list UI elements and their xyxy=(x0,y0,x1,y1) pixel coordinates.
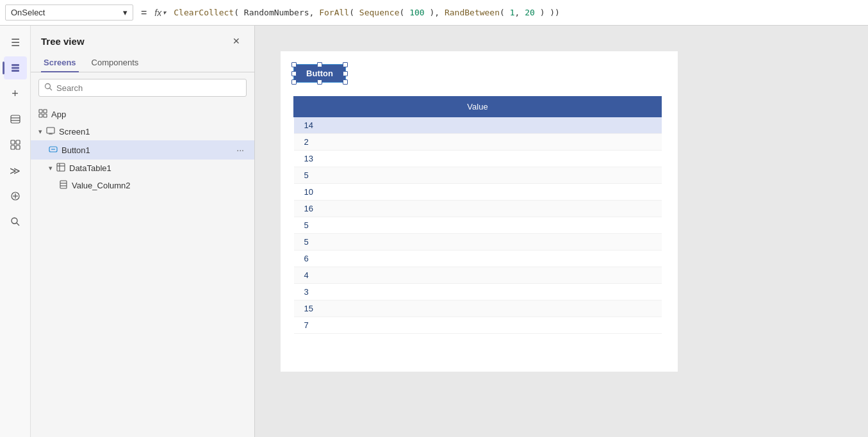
svg-rect-1 xyxy=(12,67,19,69)
chevron-down-icon: ▾ xyxy=(49,164,53,172)
tools-icon[interactable]: ≫ xyxy=(4,159,27,182)
tree-panel: Tree view ✕ Screens Components xyxy=(31,26,255,437)
data-table: Value 142135101655643157 xyxy=(293,96,662,334)
table-row: 2 xyxy=(294,134,662,151)
svg-rect-26 xyxy=(57,163,65,171)
handle-top-right[interactable] xyxy=(343,62,348,67)
hamburger-menu-icon[interactable]: ☰ xyxy=(4,31,27,54)
table-cell: 15 xyxy=(294,301,662,317)
table-row: 4 xyxy=(294,267,662,284)
table-cell: 6 xyxy=(294,251,662,267)
tree-item-screen1[interactable]: ▾ Screen1 xyxy=(31,123,254,140)
fx-button[interactable]: fx ▾ xyxy=(154,8,166,18)
svg-rect-6 xyxy=(11,140,15,144)
value-column-header: Value xyxy=(294,97,662,117)
table-cell: 5 xyxy=(294,217,662,234)
svg-point-15 xyxy=(45,84,51,89)
svg-line-14 xyxy=(17,223,19,226)
table-row: 5 xyxy=(294,217,662,234)
column-icon xyxy=(59,180,68,191)
svg-rect-8 xyxy=(11,145,15,149)
table-cell: 16 xyxy=(294,201,662,217)
handle-top-left[interactable] xyxy=(291,62,297,67)
tree-item-button1[interactable]: Button1 ··· xyxy=(31,140,254,160)
tree-title: Tree view xyxy=(41,36,85,47)
svg-rect-2 xyxy=(12,70,19,72)
database-icon[interactable] xyxy=(4,108,27,131)
handle-top-center[interactable] xyxy=(317,62,322,67)
tree-item-value-column2[interactable]: Value_Column2 xyxy=(31,177,254,194)
tab-components[interactable]: Components xyxy=(89,54,142,72)
handle-bottom-center[interactable] xyxy=(317,79,322,85)
handle-bottom-left[interactable] xyxy=(291,79,297,85)
svg-rect-17 xyxy=(39,110,42,113)
table-row: 13 xyxy=(294,151,662,167)
tab-screens[interactable]: Screens xyxy=(41,54,79,72)
table-row: 5 xyxy=(294,234,662,251)
table-row: 3 xyxy=(294,284,662,301)
button-selection-wrapper: Button xyxy=(293,64,346,83)
table-icon xyxy=(56,163,65,174)
svg-rect-21 xyxy=(47,128,54,133)
svg-rect-3 xyxy=(11,115,20,123)
button-widget-icon xyxy=(49,145,58,156)
table-cell: 10 xyxy=(294,184,662,201)
value-column2-label: Value_Column2 xyxy=(72,181,247,190)
screen-icon xyxy=(46,126,55,137)
search-container xyxy=(38,79,247,97)
equals-symbol: = xyxy=(141,7,147,19)
datatable1-label: DataTable1 xyxy=(69,163,247,173)
table-cell: 5 xyxy=(294,167,662,184)
search-icon xyxy=(44,83,53,93)
chevron-down-icon: ▾ xyxy=(38,128,42,136)
fx-arrow: ▾ xyxy=(163,9,166,16)
dropdown-label: OnSelect xyxy=(11,8,45,17)
handle-bottom-right[interactable] xyxy=(343,79,348,85)
svg-rect-7 xyxy=(16,140,20,144)
left-sidebar: ☰ + ≫ xyxy=(0,26,31,437)
component-icon[interactable] xyxy=(4,133,27,156)
table-cell: 3 xyxy=(294,284,662,301)
tree-body: App ▾ Screen1 xyxy=(31,103,254,437)
table-cell: 14 xyxy=(294,117,662,134)
table-cell: 7 xyxy=(294,317,662,334)
handle-middle-right[interactable] xyxy=(343,71,348,76)
add-icon[interactable]: + xyxy=(4,82,27,105)
table-row: 6 xyxy=(294,251,662,267)
button1-label: Button1 xyxy=(61,145,230,155)
table-row: 5 xyxy=(294,167,662,184)
svg-rect-18 xyxy=(44,110,47,113)
svg-line-16 xyxy=(50,88,53,91)
button-widget-container[interactable]: Button xyxy=(293,64,346,83)
table-row: 16 xyxy=(294,201,662,217)
grid-icon xyxy=(38,109,47,120)
search-input[interactable] xyxy=(56,83,241,93)
table-cell: 4 xyxy=(294,267,662,284)
formula-bar: OnSelect ▾ = fx ▾ ClearCollect( RandomNu… xyxy=(0,0,868,26)
datatable1-widget: Value 142135101655643157 xyxy=(293,96,662,334)
chevron-down-icon: ▾ xyxy=(123,8,127,17)
close-button[interactable]: ✕ xyxy=(229,33,244,49)
more-options-button[interactable]: ··· xyxy=(234,144,247,156)
tree-item-datatable1[interactable]: ▾ DataTable1 xyxy=(31,160,254,177)
main-area: ☰ + ≫ xyxy=(0,26,868,437)
svg-point-13 xyxy=(12,218,17,224)
formula-input[interactable]: ClearCollect( RandomNumbers, ForAll( Seq… xyxy=(174,8,863,17)
layers-icon[interactable] xyxy=(4,56,27,79)
handle-middle-left[interactable] xyxy=(291,71,297,76)
table-cell: 5 xyxy=(294,234,662,251)
screen1-label: Screen1 xyxy=(59,127,247,136)
variables-icon[interactable] xyxy=(4,185,27,208)
table-row: 10 xyxy=(294,184,662,201)
table-cell: 13 xyxy=(294,151,662,167)
tree-item-app[interactable]: App xyxy=(31,106,254,123)
table-cell: 2 xyxy=(294,134,662,151)
table-row: 7 xyxy=(294,317,662,334)
svg-rect-29 xyxy=(60,181,67,188)
search-icon[interactable] xyxy=(4,210,27,233)
app-label: App xyxy=(51,110,247,119)
canvas-area: Button Value xyxy=(255,26,868,437)
fx-label: fx xyxy=(154,8,161,18)
tree-header: Tree view ✕ xyxy=(31,26,254,54)
onselect-dropdown[interactable]: OnSelect ▾ xyxy=(5,4,133,21)
